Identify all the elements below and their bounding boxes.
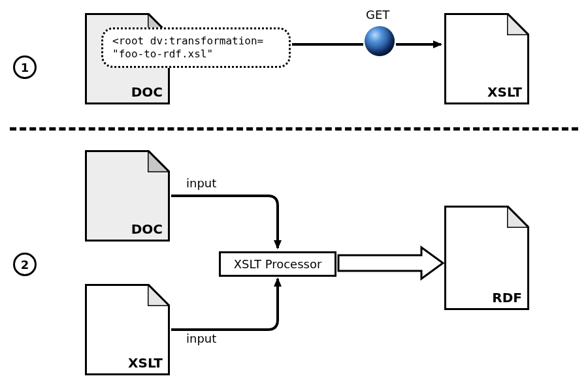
page-fold-icon <box>148 284 170 306</box>
xml-snippet: <root dv:transformation= "foo-to-rdf.xsl… <box>101 27 291 68</box>
page-fold-icon <box>148 150 170 172</box>
xslt-file-stage1: XSLT <box>444 13 529 104</box>
page-fold-icon <box>507 206 529 228</box>
doc-input-label: input <box>186 176 216 190</box>
stage-2-number: 2 <box>13 253 37 276</box>
stage-1-number-text: 1 <box>21 61 29 74</box>
extracts-label: extracts <box>385 257 433 270</box>
doc-file-stage2: DOC <box>85 150 170 242</box>
stage-divider <box>10 127 578 131</box>
xml-snippet-line2: "foo-to-rdf.xsl" <box>112 48 280 61</box>
doc-file-stage2-label: DOC <box>131 221 163 237</box>
http-get-label: GET <box>366 8 389 22</box>
globe-icon <box>365 26 395 56</box>
xslt-processor-box: XSLT Processor <box>219 251 336 277</box>
page-fold-icon <box>507 13 529 35</box>
stage-2-number-text: 2 <box>21 258 29 272</box>
xslt-file-stage2-label: XSLT <box>128 355 163 371</box>
xslt-file-stage2: XSLT <box>85 284 170 375</box>
rdf-file-label: RDF <box>492 290 522 305</box>
xslt-processor-label: XSLT Processor <box>234 257 322 271</box>
xslt-input-label: input <box>186 332 216 345</box>
stage-1-number: 1 <box>13 55 37 79</box>
doc-file-stage1-label: DOC <box>131 84 163 100</box>
xslt-file-stage1-label: XSLT <box>487 84 522 100</box>
xml-snippet-line1: <root dv:transformation= <box>112 35 280 48</box>
rdf-file: RDF <box>444 206 529 310</box>
